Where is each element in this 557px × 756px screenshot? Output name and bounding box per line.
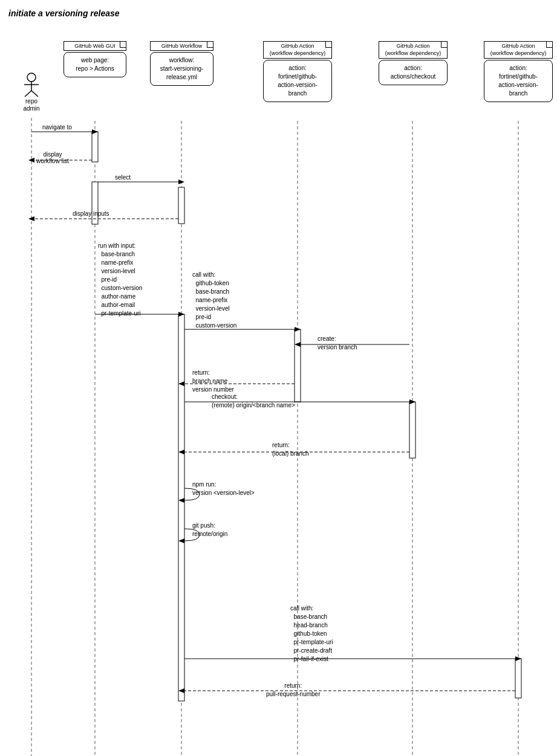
msg-navigate-to: navigate to <box>42 124 72 131</box>
diagram-container: initiate a versioning release <box>0 0 557 756</box>
msg-display-workflow-list: displayworkflow list <box>36 151 69 164</box>
action1-label: action:fortinet/github-action-version-br… <box>263 60 332 102</box>
msg-run-with-input: run with input: base-branch name-prefix … <box>98 242 142 318</box>
actor-workflow: GitHub Workflow workflow:start-versionin… <box>150 41 213 86</box>
msg-call-with-action1: call with: github-token base-branch name… <box>192 271 236 330</box>
workflow-label: workflow:start-versioning-release.yml <box>150 52 213 86</box>
svg-rect-10 <box>295 329 301 402</box>
svg-rect-8 <box>178 187 184 224</box>
actor-action2: GitHub Action(workflow dependency) actio… <box>379 41 448 85</box>
actor-repo-admin: repoadmin <box>12 73 51 112</box>
svg-rect-6 <box>92 132 98 162</box>
arrows-layer <box>0 0 557 756</box>
svg-rect-7 <box>92 182 98 224</box>
svg-marker-26 <box>295 342 301 347</box>
svg-marker-33 <box>178 498 184 503</box>
msg-display-inputs: display inputs <box>73 210 109 217</box>
svg-rect-11 <box>409 402 415 458</box>
svg-marker-20 <box>28 216 34 221</box>
msg-create-version-branch: create:version branch <box>318 335 357 352</box>
svg-marker-36 <box>515 656 521 661</box>
svg-rect-9 <box>178 314 184 701</box>
svg-line-43 <box>31 91 38 97</box>
svg-marker-38 <box>178 688 184 693</box>
page-title: initiate a versioning release <box>8 8 120 18</box>
svg-marker-28 <box>178 381 184 386</box>
web-gui-label: web page:repo > Actions <box>64 52 126 77</box>
svg-point-39 <box>27 73 36 82</box>
svg-marker-16 <box>28 158 34 163</box>
msg-return-local-branch: return:(local) branch <box>272 441 309 458</box>
svg-marker-32 <box>178 450 184 454</box>
svg-marker-22 <box>178 312 184 317</box>
msg-call-with-action3: call with: base-branch head-branch githu… <box>290 604 333 664</box>
msg-return-branch: return:branch nameversion number <box>192 369 234 394</box>
msg-return-pr-number: return:pull-request-number <box>266 682 321 699</box>
msg-checkout: checkout:(remote) origin/<branch name> <box>212 393 295 410</box>
msg-npm-run: npm run:version <version-level> <box>192 480 255 497</box>
msg-select: select <box>115 174 131 181</box>
svg-rect-12 <box>515 659 521 698</box>
action2-label: action:actions/checkout <box>379 60 448 85</box>
svg-marker-30 <box>409 399 415 404</box>
actor-web-gui: GitHub Web GUI web page:repo > Actions <box>64 41 126 77</box>
svg-line-42 <box>25 91 31 97</box>
actor-action3: GitHub Action(workflow dependency) actio… <box>484 41 553 102</box>
svg-marker-14 <box>92 129 98 134</box>
actor-repo-admin-label: repoadmin <box>12 98 51 112</box>
svg-marker-18 <box>178 179 184 184</box>
msg-git-push: git push:remote/origin <box>192 522 227 538</box>
actor-action1: GitHub Action(workflow dependency) actio… <box>263 41 332 102</box>
svg-marker-34 <box>178 538 184 543</box>
svg-marker-24 <box>295 327 301 332</box>
action3-label: action:fortinet/github-action-version-br… <box>484 60 553 102</box>
